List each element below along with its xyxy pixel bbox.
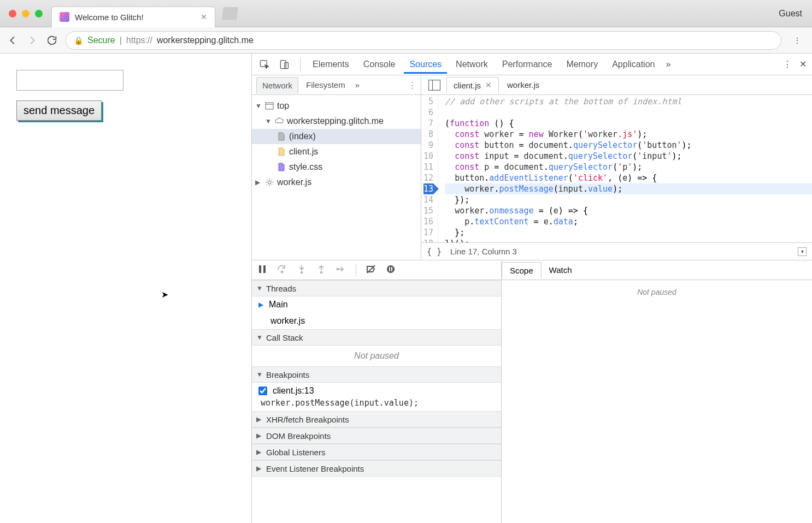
browser-menu-button[interactable]: ⋮ [793,36,801,45]
tab-console[interactable]: Console [358,55,401,74]
back-button[interactable] [7,34,19,46]
close-icon[interactable]: ✕ [485,81,492,90]
browser-tab[interactable]: Welcome to Glitch! ✕ [51,7,215,27]
navtab-filesystem[interactable]: Filesystem [301,77,351,93]
tree-label: worker.js [277,177,311,187]
chevron-right-icon [256,465,263,472]
pause-exceptions-icon[interactable] [386,264,396,276]
expand-icon[interactable] [265,117,272,125]
navtab-network[interactable]: Network [256,77,298,94]
tab-sources[interactable]: Sources [404,55,447,74]
navigator-pane: Network Filesystem » ⋮ top workersteppin… [252,75,421,260]
chevron-right-icon [256,432,263,439]
navigator-menu-icon[interactable]: ⋮ [408,80,416,90]
chevron-right-icon [256,415,263,423]
editor-statusbar: { } Line 17, Column 3 ▾ [421,242,812,260]
breakpoint-item[interactable]: client.js:13 worker.postMessage(input.va… [252,383,501,411]
send-message-button[interactable]: send message [16,100,102,121]
tree-top[interactable]: top [252,98,421,114]
tab-watch[interactable]: Watch [542,262,580,278]
tree-file-clientjs[interactable]: client.js [252,144,421,159]
tab-application[interactable]: Application [607,55,660,74]
minimize-window-icon[interactable] [22,10,30,17]
svg-rect-1 [280,60,286,68]
deactivate-breakpoints-icon[interactable] [366,264,376,276]
svg-rect-16 [389,267,390,271]
separator [300,58,301,71]
tree-file-index[interactable]: (index) [252,129,421,144]
separator [356,264,356,276]
step-icon[interactable] [336,264,346,276]
thread-worker[interactable]: worker.js [252,313,501,329]
svg-point-13 [337,269,339,270]
thread-main[interactable]: ▶Main [252,296,501,313]
navbar: 🔒 Secure | https://workerstepping.glitch… [0,27,812,54]
js-file-icon [277,147,286,156]
forward-button[interactable] [26,34,38,46]
address-bar[interactable]: 🔒 Secure | https://workerstepping.glitch… [66,31,781,50]
section-global-listeners[interactable]: Global Listeners [252,444,501,460]
callstack-status: Not paused [252,346,501,366]
section-callstack[interactable]: Call Stack [252,329,501,346]
new-tab-button[interactable] [222,7,238,20]
more-tabs-icon[interactable]: » [666,60,670,69]
content: send message ➤ Elements Console Sources … [0,54,812,523]
profile-label[interactable]: Guest [779,9,802,19]
section-dom-breakpoints[interactable]: DOM Breakpoints [252,427,501,444]
file-tree: top workerstepping.glitch.me (index) cli… [252,95,421,260]
tab-scope[interactable]: Scope [502,262,542,279]
file-icon [277,132,286,141]
close-window-icon[interactable] [9,10,16,17]
expand-icon[interactable] [255,102,262,110]
toggle-navigator-icon[interactable] [427,78,442,93]
section-event-listeners[interactable]: Event Listener Breakpoints [252,460,501,477]
tree-file-stylecss[interactable]: style.css [252,159,421,175]
reload-button[interactable] [46,34,58,46]
section-xhr-breakpoints[interactable]: XHR/fetch Breakpoints [252,411,501,427]
expand-icon[interactable] [255,179,262,186]
chevron-down-icon [256,334,263,341]
pause-icon[interactable] [257,264,267,276]
navtab-more-icon[interactable]: » [355,80,360,90]
code-editor[interactable]: 56789101112131415161718 // add other scr… [421,95,812,242]
separator: | [120,35,122,45]
tab-elements[interactable]: Elements [307,55,355,74]
tree-label: style.css [289,162,322,172]
zoom-window-icon[interactable] [35,10,43,17]
step-out-icon[interactable] [316,264,326,276]
pretty-print-icon[interactable]: { } [427,247,442,257]
section-threads[interactable]: Threads [252,280,501,296]
url-host: workerstepping.glitch.me [157,35,254,45]
step-over-icon[interactable] [277,264,287,276]
step-into-icon[interactable] [297,264,307,276]
window-controls [0,10,51,17]
devtools-close-icon[interactable]: ✕ [799,59,807,69]
tab-network[interactable]: Network [450,55,493,74]
inspect-element-icon[interactable] [257,57,272,72]
tree-domain[interactable]: workerstepping.glitch.me [252,114,421,129]
tab-performance[interactable]: Performance [497,55,558,74]
editor-tabs: client.js ✕ worker.js [421,75,812,95]
svg-rect-2 [285,62,289,68]
tree-label: workerstepping.glitch.me [287,116,384,126]
scope-tabs: Scope Watch [502,260,812,280]
message-input[interactable] [16,70,123,91]
url-protocol: https:// [126,35,152,45]
frame-icon [265,102,274,110]
breakpoint-checkbox[interactable] [258,387,267,395]
svg-rect-6 [429,80,440,90]
close-tab-icon[interactable]: ✕ [201,13,207,21]
coverage-icon[interactable]: ▾ [798,247,807,256]
device-toolbar-icon[interactable] [277,57,291,72]
editor-tab-workerjs[interactable]: worker.js [500,77,546,93]
chevron-down-icon [256,371,263,378]
cursor-position: Line 17, Column 3 [450,247,517,256]
tab-memory[interactable]: Memory [561,55,603,74]
editor-tab-clientjs[interactable]: client.js ✕ [446,77,499,93]
tree-worker[interactable]: worker.js [252,175,421,190]
devtools-settings-icon[interactable]: ⋮ [783,59,792,69]
breakpoint-label: client.js:13 [273,386,314,396]
debugger-toolbar [252,260,501,280]
section-breakpoints[interactable]: Breakpoints [252,366,501,383]
chevron-down-icon [256,284,263,292]
